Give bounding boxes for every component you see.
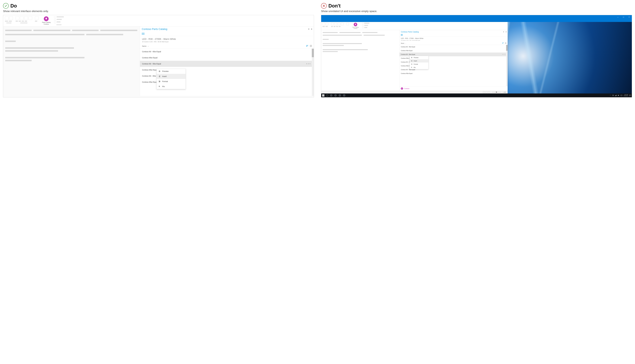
menu-label: Pin xyxy=(162,86,165,88)
task-pane: Contoso Parts Catalog ▼ ✕ LED - R30 - 27… xyxy=(140,26,314,96)
list-view-icon[interactable] xyxy=(502,42,504,44)
svg-point-14 xyxy=(159,81,159,81)
zoom-level: 100% xyxy=(503,92,506,93)
menu-format[interactable]: Format xyxy=(157,79,185,84)
menu-label: Preview xyxy=(414,57,418,58)
list-item-selected[interactable]: Contoso 60 - 65w Equal • • • xyxy=(140,61,314,67)
catalog-label-line1: Parts Catalog xyxy=(352,27,358,28)
action-center-icon[interactable] xyxy=(629,94,631,96)
network-icon[interactable] xyxy=(615,94,616,96)
maximize-button[interactable]: ▢ xyxy=(621,15,626,19)
parts-catalog-button[interactable]: Parts Catalog Contoso xyxy=(41,16,51,25)
menu-label: Format xyxy=(162,80,168,82)
format-icon xyxy=(411,64,413,65)
pane-close-icon[interactable]: ✕ xyxy=(506,31,507,32)
x-circle-icon xyxy=(321,3,327,8)
cortana-icon[interactable] xyxy=(326,94,328,96)
ribbon: Parts Catalog Contoso xyxy=(3,15,314,26)
preview-icon xyxy=(411,57,413,58)
menu-preview[interactable]: Preview xyxy=(409,56,428,59)
sort-down-icon[interactable]: ↓ xyxy=(148,45,149,47)
battery-icon[interactable] xyxy=(612,94,614,96)
menu-pin[interactable]: Pin xyxy=(409,66,428,69)
svg-rect-36 xyxy=(615,96,616,96)
volume-icon[interactable] xyxy=(618,94,619,96)
insert-icon xyxy=(411,60,413,62)
parts-catalog-button[interactable]: Parts Catalog Contoso xyxy=(352,23,359,29)
document-area xyxy=(3,26,140,96)
column-name[interactable]: Name xyxy=(142,45,146,47)
lightbulb-icon xyxy=(354,23,357,26)
pane-title: Contoso Parts Catalog xyxy=(401,31,419,33)
catalog-label-line2: Contoso xyxy=(352,28,358,29)
menu-pin[interactable]: Pin xyxy=(157,84,185,89)
menu-insert[interactable]: Insert xyxy=(157,74,185,79)
view-mode-icon[interactable] xyxy=(488,91,490,93)
close-button[interactable]: ✕ xyxy=(626,15,632,19)
start-button[interactable] xyxy=(322,94,324,96)
breadcrumb-sub: 16 results in LED - R30 - 60-65 Watt Equ… xyxy=(401,40,506,41)
insert-icon xyxy=(158,75,161,77)
svg-rect-33 xyxy=(612,95,614,96)
zoom-out-icon[interactable]: − xyxy=(491,92,491,93)
zoom-in-icon[interactable]: + xyxy=(502,92,503,93)
context-menu: Preview Insert Format xyxy=(409,56,429,69)
menu-insert[interactable]: Insert xyxy=(409,59,428,62)
svg-point-26 xyxy=(411,58,412,58)
dont-header: Don't xyxy=(321,3,632,8)
pane-close-icon[interactable]: ✕ xyxy=(311,28,312,30)
svg-rect-21 xyxy=(502,44,503,44)
svg-point-16 xyxy=(159,82,160,82)
menu-format[interactable]: Format xyxy=(409,62,428,66)
view-mode-icon[interactable] xyxy=(483,91,485,93)
list-item[interactable]: Contoso 85w Equal xyxy=(140,55,314,61)
scrollbar[interactable] xyxy=(506,45,508,86)
keyboard-icon[interactable] xyxy=(621,94,622,96)
pane-dropdown-icon[interactable]: ▼ xyxy=(503,31,504,32)
scrollbar[interactable] xyxy=(312,48,314,96)
zoom-slider[interactable] xyxy=(492,92,501,92)
list-item[interactable]: Contoso 60 - 65w Equal xyxy=(399,45,508,49)
grid-view-icon[interactable] xyxy=(505,42,506,44)
taskbar-app-icon[interactable] xyxy=(339,94,341,97)
list-view-icon[interactable] xyxy=(306,45,308,47)
pane-title: Contoso Parts Catalog xyxy=(142,28,167,30)
pane-dropdown-icon[interactable]: ▼ xyxy=(308,28,310,30)
comparison-wrapper: Do Show relevant interface elements only… xyxy=(3,3,632,98)
taskbar: ^ 6:30 AM 7/30/2015 xyxy=(321,94,632,97)
grid-view-icon[interactable] xyxy=(310,45,312,47)
view-mode-icon[interactable] xyxy=(486,91,487,93)
catalog-label-line1: Parts Catalog xyxy=(42,22,51,23)
svg-rect-1 xyxy=(306,46,308,46)
menu-preview[interactable]: Preview xyxy=(157,69,185,74)
list-item[interactable]: Contoso 85w Equal xyxy=(399,72,508,75)
breadcrumb-main: LED - R30 - 2700K - Warm White xyxy=(401,38,506,39)
results-list: Contoso 60 - 65w Equal Contoso 85w Equal… xyxy=(140,48,314,96)
taskbar-app-icon[interactable] xyxy=(334,94,337,97)
tray-chevron-icon[interactable]: ^ xyxy=(609,94,611,96)
column-name[interactable]: Name xyxy=(401,42,404,44)
do-column: Do Show relevant interface elements only… xyxy=(3,3,314,98)
brand-avatar: C xyxy=(401,88,403,90)
pin-icon xyxy=(158,86,161,88)
hamburger-icon[interactable] xyxy=(142,33,144,34)
format-icon xyxy=(158,80,161,82)
list-item[interactable]: Contoso 60 - 65w Equal xyxy=(140,48,314,55)
more-icon[interactable]: • • • xyxy=(306,63,311,65)
sort-down-icon[interactable]: ↓ xyxy=(405,42,406,44)
status-bar: − + 100% xyxy=(321,91,508,94)
catalog-label-line2: Contoso xyxy=(42,23,51,25)
list-item[interactable]: Contoso 85w Equal xyxy=(399,49,508,52)
taskbar-app-icon[interactable] xyxy=(343,94,345,97)
svg-marker-39 xyxy=(618,95,619,96)
clock[interactable]: 6:30 AM 7/30/2015 xyxy=(623,94,628,96)
task-pane: Contoso Parts Catalog ▼ ✕ LED - R30 - 27… xyxy=(399,30,508,91)
dont-column: Don't Show unrelated UI and excessive em… xyxy=(321,3,632,98)
clock-date: 7/30/2015 xyxy=(623,96,628,96)
menu-label: Insert xyxy=(414,60,417,62)
hamburger-icon[interactable] xyxy=(401,34,403,36)
more-icon[interactable]: • • • xyxy=(502,54,505,55)
checkmark-circle-icon xyxy=(3,3,9,8)
minimize-button[interactable]: — xyxy=(615,15,621,19)
taskbar-app-icon[interactable] xyxy=(330,94,332,97)
